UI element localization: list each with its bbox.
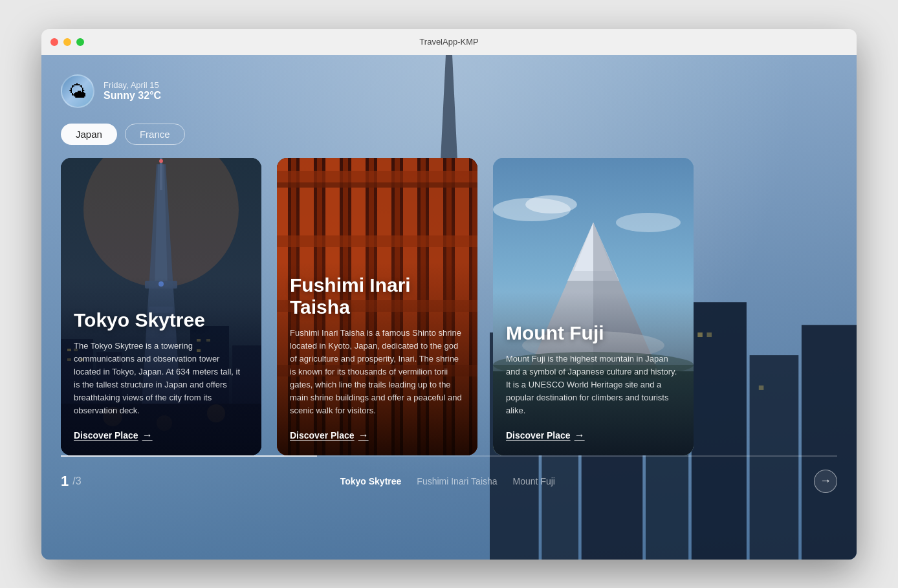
card-title-tokyo: Tokyo Skytree: [74, 309, 248, 332]
discover-arrow-fuji: →: [575, 430, 585, 441]
traffic-lights: [50, 38, 84, 46]
card-tokyo[interactable]: Tokyo Skytree The Tokyo Skytree is a tow…: [61, 158, 261, 455]
cards-section: Tokyo Skytree The Tokyo Skytree is a tow…: [41, 158, 857, 455]
discover-label-fuji: Discover Place: [506, 430, 571, 441]
card-content-tokyo: Tokyo Skytree The Tokyo Skytree is a tow…: [61, 296, 261, 455]
discover-link-fushimi[interactable]: Discover Place →: [290, 430, 369, 441]
card-desc-tokyo: The Tokyo Skytree is a towering communic…: [74, 340, 248, 418]
page-current: 1: [61, 473, 69, 490]
page-indicator: 1 /3: [61, 473, 82, 490]
discover-arrow-tokyo: →: [142, 430, 153, 441]
bottom-nav: 1 /3 Tokyo Skytree Fushimi Inari Taisha …: [41, 457, 857, 508]
maximize-button[interactable]: [76, 38, 84, 46]
minimize-button[interactable]: [63, 38, 71, 46]
window-title: TravelApp-KMP: [419, 37, 478, 47]
country-tabs: Japan France: [61, 124, 837, 145]
card-fushimi[interactable]: Fushimi Inari Taisha Fushimi Inari Taish…: [277, 158, 477, 455]
card-content-fuji: Mount Fuji Mount Fuji is the highest mou…: [493, 309, 694, 455]
weather-date: Friday, April 15: [104, 80, 161, 90]
discover-arrow-fushimi: →: [358, 430, 369, 441]
main-content: Friday, April 15 Sunny 32°C Japan France: [41, 55, 857, 560]
card-desc-fushimi: Fushimi Inari Taisha is a famous Shinto …: [290, 327, 465, 418]
discover-link-tokyo[interactable]: Discover Place →: [74, 430, 153, 441]
discover-label-fushimi: Discover Place: [290, 430, 355, 441]
card-desc-fuji: Mount Fuji is the highest mountain in Ja…: [506, 353, 681, 418]
weather-widget: Friday, April 15 Sunny 32°C: [61, 74, 837, 108]
card-title-fushimi: Fushimi Inari Taisha: [290, 274, 465, 319]
page-total: /3: [72, 475, 81, 487]
top-section: Friday, April 15 Sunny 32°C Japan France: [41, 55, 857, 158]
tab-france[interactable]: France: [125, 124, 185, 145]
discover-label-tokyo: Discover Place: [74, 430, 138, 441]
titlebar: TravelApp-KMP: [41, 29, 857, 55]
card-title-fuji: Mount Fuji: [506, 322, 681, 345]
weather-avatar: [61, 74, 94, 108]
weather-info: Friday, April 15 Sunny 32°C: [104, 80, 161, 102]
weather-temp: Sunny 32°C: [104, 90, 161, 102]
tab-japan[interactable]: Japan: [61, 124, 117, 145]
place-name-fuji[interactable]: Mount Fuji: [513, 476, 555, 486]
place-name-fushimi[interactable]: Fushimi Inari Taisha: [417, 476, 497, 486]
next-arrow-button[interactable]: →: [814, 470, 837, 493]
close-button[interactable]: [50, 38, 58, 46]
card-content-fushimi: Fushimi Inari Taisha Fushimi Inari Taish…: [277, 261, 477, 455]
card-fuji[interactable]: Mount Fuji Mount Fuji is the highest mou…: [493, 158, 694, 455]
place-names: Tokyo Skytree Fushimi Inari Taisha Mount…: [340, 476, 555, 486]
discover-link-fuji[interactable]: Discover Place →: [506, 430, 585, 441]
next-arrow-icon: →: [820, 474, 831, 488]
place-name-tokyo[interactable]: Tokyo Skytree: [340, 476, 402, 486]
